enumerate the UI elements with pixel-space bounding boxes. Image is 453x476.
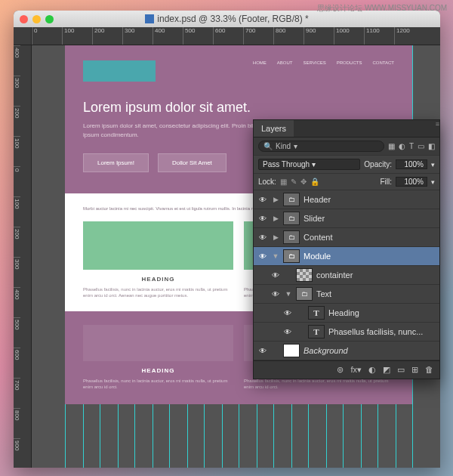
layer-row[interactable]: 👁Background xyxy=(254,342,439,360)
layer-name[interactable]: Heading xyxy=(328,308,436,317)
nav-item[interactable]: ABOUT xyxy=(277,60,293,65)
card-body: Phasellus facilisis, nunc in lacinia auc… xyxy=(83,378,233,391)
disclosure-arrow-icon[interactable]: ▶ xyxy=(272,233,279,241)
filter-kind-label: Kind xyxy=(276,142,291,150)
search-icon: 🔍 xyxy=(263,142,273,150)
visibility-toggle-icon[interactable]: 👁 xyxy=(257,233,268,242)
filter-text-icon[interactable]: T xyxy=(409,142,414,150)
layer-name[interactable]: Slider xyxy=(304,214,436,223)
layer-name[interactable]: Content xyxy=(304,233,436,242)
hero-button-2[interactable]: Dollor Sit Amet xyxy=(158,153,226,172)
lock-transparency-icon[interactable]: ▦ xyxy=(280,178,287,186)
layer-name[interactable]: containter xyxy=(316,270,436,280)
hero-heading: Lorem ipsum dolor sit amet. xyxy=(83,100,394,116)
filter-kind-dropdown[interactable]: 🔍 Kind ▾ xyxy=(258,141,384,152)
tab-layers[interactable]: Layers xyxy=(254,120,294,137)
folder-layer-icon: 🗀 xyxy=(283,230,300,244)
ruler-origin[interactable] xyxy=(14,27,32,45)
disclosure-arrow-icon[interactable]: ▶ xyxy=(272,215,279,222)
layer-name[interactable]: Header xyxy=(304,195,436,204)
panel-footer-icon[interactable]: ◩ xyxy=(383,365,390,375)
visibility-toggle-icon[interactable]: 👁 xyxy=(282,328,293,336)
card-body: Phasellus facilisis, nunc in lacinia auc… xyxy=(244,378,394,391)
layers-list: 👁▶🗀Header👁▶🗀Slider👁▶🗀Content👁▼🗀Module👁co… xyxy=(254,190,439,360)
card-image-placeholder xyxy=(83,221,233,270)
module-card: HEADING Phasellus facilisis, nunc in lac… xyxy=(83,221,233,299)
visibility-toggle-icon[interactable]: 👁 xyxy=(270,271,281,280)
layer-row[interactable]: 👁▼🗀Text xyxy=(254,285,439,304)
layer-name[interactable]: Phasellus facilisis, nunc... xyxy=(328,327,436,336)
panel-footer-icon[interactable]: ▭ xyxy=(397,365,405,375)
chevron-down-icon: ▾ xyxy=(312,160,316,168)
filter-adjust-icon[interactable]: ◐ xyxy=(399,142,405,150)
visibility-toggle-icon[interactable]: 👁 xyxy=(257,215,268,223)
layer-row[interactable]: 👁THeading xyxy=(254,304,439,323)
layer-name[interactable]: Text xyxy=(316,289,436,298)
chevron-down-icon[interactable]: ▾ xyxy=(431,178,435,186)
disclosure-arrow-icon[interactable]: ▶ xyxy=(272,196,279,203)
panel-footer-icon[interactable]: ⊚ xyxy=(337,365,344,375)
visibility-toggle-icon[interactable]: 👁 xyxy=(270,290,281,298)
watermark: 思缘设计论坛 WWW.MISSYUAN.COM xyxy=(317,3,447,14)
layers-panel[interactable]: Layers ≡ 🔍 Kind ▾ ▦ ◐ T ▭ ◧ Pass Through… xyxy=(253,119,440,379)
card-body: Phasellus facilisis, nunc in lacinia auc… xyxy=(83,286,233,299)
disclosure-arrow-icon[interactable]: ▼ xyxy=(285,290,292,298)
ruler-horizontal[interactable]: 0100200300400500600700800900100011001200 xyxy=(32,27,440,45)
ruler-vertical[interactable]: 4003002001000100200300400500600700800900 xyxy=(14,45,32,468)
panel-footer-icon[interactable]: fx▾ xyxy=(350,365,362,375)
filter-type-icons: ▦ ◐ T ▭ ◧ xyxy=(388,142,435,150)
card-heading: HEADING xyxy=(83,276,233,283)
primary-nav: HOMEABOUTSERVICESPRODUCTSCONTACT xyxy=(253,60,394,65)
blend-mode-dropdown[interactable]: Pass Through ▾ xyxy=(258,159,360,170)
visibility-toggle-icon[interactable]: 👁 xyxy=(282,309,293,317)
logo-placeholder xyxy=(83,60,156,82)
layer-name[interactable]: Module xyxy=(304,252,436,261)
filter-shape-icon[interactable]: ▭ xyxy=(418,142,424,150)
lock-position-icon[interactable]: ✥ xyxy=(300,178,307,186)
card-heading: HEADING xyxy=(83,367,233,374)
layer-row[interactable]: 👁▶🗀Content xyxy=(254,228,439,247)
visibility-toggle-icon[interactable]: 👁 xyxy=(257,196,268,204)
folder-layer-icon: 🗀 xyxy=(296,287,313,301)
chevron-down-icon: ▾ xyxy=(294,142,297,150)
trans-layer-icon xyxy=(296,268,313,282)
lock-icons: ▦ ✎ ✥ 🔒 xyxy=(280,178,319,186)
disclosure-arrow-icon[interactable]: ▼ xyxy=(272,252,279,260)
nav-item[interactable]: PRODUCTS xyxy=(337,60,362,65)
layer-row[interactable]: 👁▶🗀Slider xyxy=(254,209,439,228)
filter-smart-icon[interactable]: ◧ xyxy=(428,142,435,150)
nav-item[interactable]: CONTACT xyxy=(372,60,394,65)
opacity-field[interactable]: 100% xyxy=(396,159,427,169)
panel-footer-icon[interactable]: ⊞ xyxy=(411,365,418,375)
lock-paint-icon[interactable]: ✎ xyxy=(291,178,297,186)
lock-all-icon[interactable]: 🔒 xyxy=(310,178,319,186)
panel-footer: ⊚fx▾◐◩▭⊞🗑 xyxy=(254,360,439,379)
layer-row[interactable]: 👁containter xyxy=(254,266,439,285)
filter-pixel-icon[interactable]: ▦ xyxy=(388,142,395,150)
layer-row[interactable]: 👁TPhasellus facilisis, nunc... xyxy=(254,323,439,342)
window-title-text: index.psd @ 33.3% (Footer, RGB/8) * xyxy=(157,14,308,24)
panel-menu-icon[interactable]: ≡ xyxy=(436,120,439,137)
fill-field[interactable]: 100% xyxy=(396,177,427,187)
blend-mode-value: Pass Through xyxy=(263,160,310,168)
psd-file-icon xyxy=(145,14,154,23)
layer-row[interactable]: 👁▶🗀Header xyxy=(254,190,439,209)
module-card: HEADING Phasellus facilisis, nunc in lac… xyxy=(83,325,233,391)
visibility-toggle-icon[interactable]: 👁 xyxy=(257,252,268,261)
panel-footer-icon[interactable]: ◐ xyxy=(368,365,376,375)
window-title: index.psd @ 33.3% (Footer, RGB/8) * xyxy=(14,14,440,24)
layer-name[interactable]: Background xyxy=(304,346,436,355)
hero-button-1[interactable]: Lorem Ipsum! xyxy=(83,153,149,172)
text-layer-icon: T xyxy=(308,325,325,338)
visibility-toggle-icon[interactable]: 👁 xyxy=(257,347,268,355)
fill-label: Fill: xyxy=(380,178,392,186)
nav-item[interactable]: SERVICES xyxy=(304,60,326,65)
text-layer-icon: T xyxy=(308,306,325,320)
folder-layer-icon: 🗀 xyxy=(283,212,300,225)
panel-footer-icon[interactable]: 🗑 xyxy=(425,365,433,375)
blend-row: Pass Through ▾ Opacity: 100% ▾ xyxy=(254,156,439,174)
lock-row: Lock: ▦ ✎ ✥ 🔒 Fill: 100% ▾ xyxy=(254,174,439,190)
layer-row[interactable]: 👁▼🗀Module xyxy=(254,247,439,266)
nav-item[interactable]: HOME xyxy=(253,60,267,65)
chevron-down-icon[interactable]: ▾ xyxy=(431,161,435,168)
